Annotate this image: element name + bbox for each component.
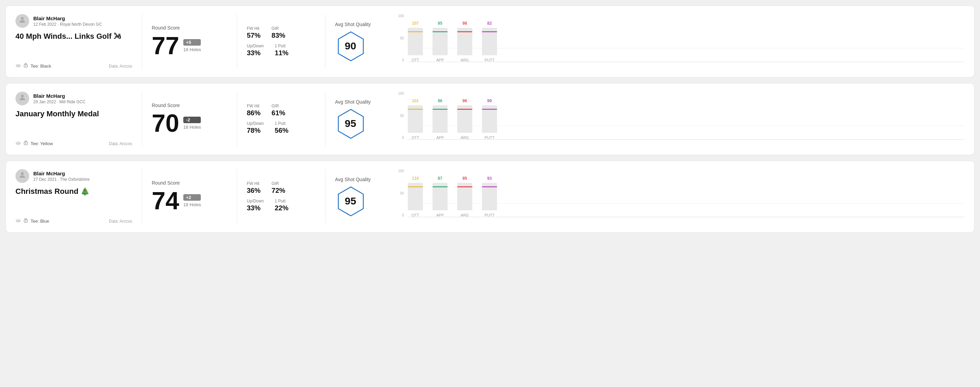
user-name-2: Blair McHarg [33,93,86,99]
score-main-1: 77 +5 18 Holes [152,33,227,58]
score-label-1: Round Score [152,25,227,30]
quality-hex-1: 90 [335,30,366,62]
updown-2: Up/Down 78% [247,121,264,135]
score-badge-3: +2 [183,194,201,201]
score-badge-1: +5 [183,39,201,46]
user-date-2: 29 Jan 2022 · Mill Ride GCC [33,100,86,104]
updown-label-1: Up/Down [247,44,264,48]
avatar-1 [16,14,29,28]
bag-icon-1 [23,63,29,69]
divider-right-3 [325,169,325,224]
fw-hit-2: FW Hit 86% [247,104,261,117]
stat-row-bot-3: Up/Down 33% 1 Putt 22% [247,199,315,212]
divider-left-1 [142,14,142,69]
score-number-1: 77 [152,33,179,58]
oneputt-1: 1 Putt 11% [275,44,288,57]
score-badge-col-3: +2 18 Holes [183,194,201,207]
quality-hex-2: 95 [335,108,366,139]
chart-bar-ott: 101 OTT [408,98,423,140]
score-label-3: Round Score [152,180,227,186]
tee-info-1: Tee: Black [16,63,51,69]
avatar-icon-2 [18,93,26,104]
divider-left-2 [142,92,142,146]
round-card-3: Blair McHarg 27 Dec 2021 · The Oxfordshi… [5,160,975,233]
avatar-icon-1 [18,16,26,26]
quality-hex-3: 95 [335,186,366,216]
fw-hit-label-1: FW Hit [247,26,261,31]
quality-number-1: 90 [345,40,356,52]
card-footer-3: Tee: Blue Data: Arccos [16,218,132,224]
updown-label-3: Up/Down [247,199,264,203]
chart-bar-putt: 99 PUTT [482,98,497,140]
divider-left-3 [142,169,142,224]
card-quality-3: Avg Shot Quality 95 [335,169,390,224]
user-info-1: Blair McHarg 12 Feb 2022 · Royal North D… [33,16,102,27]
updown-value-2: 78% [247,127,264,135]
round-title-1: 40 Mph Winds... Links Golf 🌬 [16,32,132,41]
chart-bar-arg: 98 ARG [457,21,473,62]
user-row-3: Blair McHarg 27 Dec 2021 · The Oxfordshi… [16,169,132,183]
round-card-2: Blair McHarg 29 Jan 2022 · Mill Ride GCC… [5,83,975,155]
round-title-2: January Monthly Medal [16,109,132,118]
card-chart-1: 100500 107 OTT 95 APP 98 ARG 82 [390,14,964,69]
gir-3: GIR 72% [272,181,285,195]
gir-1: GIR 83% [272,26,285,40]
user-info-2: Blair McHarg 29 Jan 2022 · Mill Ride GCC [33,93,86,104]
chart-bar-putt: 82 PUTT [482,21,497,62]
score-badge-col-1: +5 18 Holes [183,39,201,52]
data-source-3: Data: Arccos [109,219,132,224]
fw-hit-label-2: FW Hit [247,104,261,108]
score-holes-3: 18 Holes [183,202,201,207]
divider-right-2 [325,92,325,146]
chart-bar-arg: 96 ARG [457,98,473,140]
chart-bar-app: 95 APP [433,21,448,62]
card-chart-2: 100500 101 OTT 86 APP 96 ARG 99 [390,92,964,146]
card-footer-1: Tee: Black Data: Arccos [16,63,132,69]
avatar-3 [16,169,29,183]
round-card-1: Blair McHarg 12 Feb 2022 · Royal North D… [5,5,975,78]
gir-value-2: 61% [272,109,285,117]
oneputt-label-3: 1 Putt [275,199,288,203]
gir-value-3: 72% [272,187,285,195]
chart-bar-putt: 93 PUTT [482,176,497,217]
oneputt-value-1: 11% [275,49,288,57]
chart-bar-app: 87 APP [433,176,448,217]
updown-value-3: 33% [247,204,264,212]
tee-info-3: Tee: Blue [16,218,49,224]
card-stats-3: FW Hit 36% GIR 72% Up/Down 33% 1 Putt 22… [247,169,315,224]
score-holes-2: 18 Holes [183,125,201,130]
chart-bar-arg: 95 ARG [457,176,473,217]
gir-label-3: GIR [272,181,285,186]
weather-icon-2 [16,141,21,146]
gir-2: GIR 61% [272,104,285,117]
chart-bar-ott: 107 OTT [408,21,423,62]
round-title-3: Christmas Round 🎄 [16,187,132,196]
oneputt-3: 1 Putt 22% [275,199,288,212]
gir-label-2: GIR [272,104,285,108]
updown-3: Up/Down 33% [247,199,264,212]
score-number-3: 74 [152,188,179,213]
user-row-2: Blair McHarg 29 Jan 2022 · Mill Ride GCC [16,92,132,105]
user-date-3: 27 Dec 2021 · The Oxfordshire [33,177,89,182]
card-left-3: Blair McHarg 27 Dec 2021 · The Oxfordshi… [16,169,132,224]
updown-value-1: 33% [247,49,264,57]
user-info-3: Blair McHarg 27 Dec 2021 · The Oxfordshi… [33,171,89,182]
card-left-2: Blair McHarg 29 Jan 2022 · Mill Ride GCC… [16,92,132,146]
quality-label-2: Avg Shot Quality [335,99,371,105]
quality-number-2: 95 [345,118,356,129]
fw-hit-1: FW Hit 57% [247,26,261,40]
tee-label-1: Tee: Black [30,63,51,68]
user-name-3: Blair McHarg [33,171,89,176]
quality-label-1: Avg Shot Quality [335,22,371,27]
data-source-1: Data: Arccos [109,64,132,68]
bag-icon-2 [23,141,29,146]
stat-row-top-3: FW Hit 36% GIR 72% [247,181,315,195]
score-main-2: 70 -2 18 Holes [152,111,227,135]
card-left-1: Blair McHarg 12 Feb 2022 · Royal North D… [16,14,132,69]
chart-bar-app: 86 APP [433,98,448,140]
avatar-icon-3 [18,171,26,181]
card-quality-1: Avg Shot Quality 90 [335,14,390,69]
chart-bar-ott: 110 OTT [408,176,423,217]
score-holes-1: 18 Holes [183,47,201,52]
fw-hit-value-3: 36% [247,187,261,195]
